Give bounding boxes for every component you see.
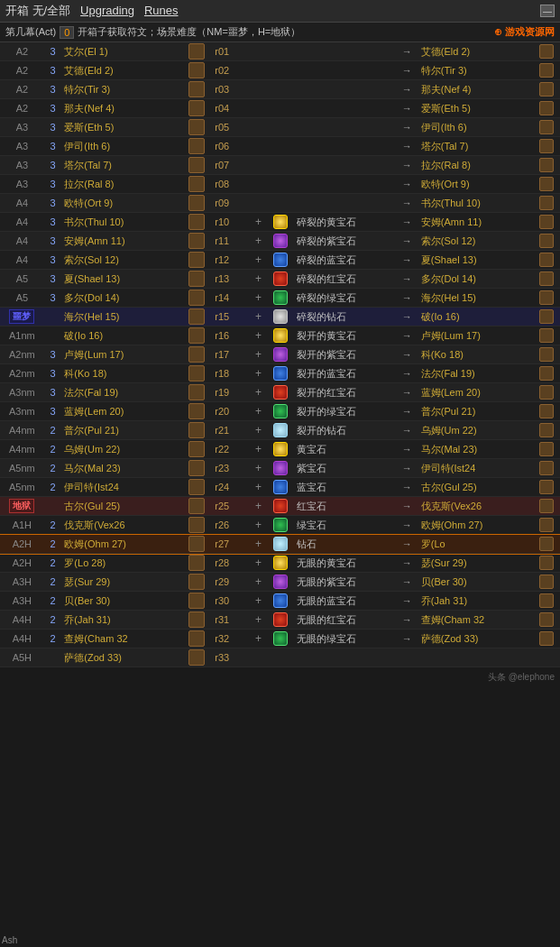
rune-name-cell: 那夫(Nef 4) [61, 99, 181, 118]
table-row: A4nm2乌姆(Um 22)r22 + 黄宝石 → 马尔(Mal 23) [0, 440, 560, 459]
table-row: A23特尔(Tir 3)r03 → 那夫(Nef 4) [0, 80, 560, 99]
empty-gem [250, 118, 395, 137]
runes-link[interactable]: Runes [144, 4, 179, 17]
bag-icon [539, 253, 554, 267]
result-bag-cell [532, 270, 560, 289]
bag-icon [539, 271, 554, 286]
gem-icon-cell [267, 270, 295, 289]
rune-name-cell: 伊司(Ith 6) [61, 137, 181, 156]
bag-icon [539, 63, 554, 78]
gem-icon [273, 499, 288, 513]
source-bag-cell [182, 42, 213, 61]
arrow-cell: → [396, 573, 418, 592]
act-cell: A4H [0, 630, 44, 648]
bag-icon-left [188, 460, 205, 476]
table-row: A53多尔(Dol 14)r14 + 碎裂的绿宝石 → 海尔(Hel 15) [0, 289, 560, 308]
result-bag-cell [532, 383, 560, 402]
result-bag-cell [532, 402, 560, 421]
act-cell: A5 [0, 289, 44, 308]
gem-name-cell: 裂开的绿宝石 [294, 402, 395, 421]
plus-cell: + [250, 326, 266, 345]
result-bag-cell [532, 345, 560, 364]
rune-num-cell: r32 [212, 630, 250, 648]
source-bag-cell [182, 289, 213, 308]
source-bag-cell [182, 326, 213, 345]
rune-num-cell: r18 [212, 364, 250, 383]
rune-num-cell: r10 [212, 213, 250, 232]
source-bag-cell [182, 175, 213, 194]
act-cell: A4 [0, 251, 44, 270]
gem-icon [273, 271, 288, 286]
bag-icon-left [188, 555, 205, 571]
count-cell: 2 [44, 630, 62, 648]
result-name-cell: 特尔(Tir 3) [418, 61, 532, 80]
count-cell: 3 [44, 251, 62, 270]
count-cell: 3 [44, 289, 62, 308]
bag-icon [539, 101, 554, 115]
gem-icon [273, 290, 288, 305]
rune-name-cell: 贝(Ber 30) [61, 592, 181, 611]
bag-icon [539, 366, 554, 381]
act-cell: A3 [0, 156, 44, 175]
empty-result [396, 648, 560, 667]
table-row: A33拉尔(Ral 8)r08 → 欧特(Ort 9) [0, 175, 560, 194]
arrow-cell: → [396, 402, 418, 421]
count-cell: 2 [44, 421, 62, 440]
gem-name-cell: 裂开的黄宝石 [294, 326, 395, 345]
arrow-cell: → [396, 251, 418, 270]
act-cell: A5 [0, 270, 44, 289]
source-bag-cell [182, 440, 213, 459]
source-bag-cell [182, 478, 213, 497]
gem-icon [273, 631, 288, 646]
bag-icon [539, 518, 554, 532]
rune-num-cell: r06 [212, 137, 250, 156]
arrow-cell: → [396, 42, 418, 61]
plus-cell: + [250, 232, 266, 251]
source-bag-cell [182, 535, 213, 554]
count-cell: 3 [44, 364, 62, 383]
rune-num-cell: r09 [212, 194, 250, 213]
rune-name-cell: 萨德(Zod 33) [61, 648, 181, 667]
rune-num-cell: r23 [212, 459, 250, 478]
table-row: 地狱古尔(Gul 25)r25 + 红宝石 → 伐克斯(Vex26 [0, 497, 560, 516]
act-cell: A4H [0, 611, 44, 630]
act-cell: 噩梦 [0, 308, 44, 326]
arrow-cell: → [396, 118, 418, 137]
act-cell: A3H [0, 592, 44, 611]
gem-icon-cell [267, 478, 295, 497]
gem-icon-cell [267, 573, 295, 592]
bag-icon-left [188, 290, 205, 306]
bag-icon [539, 612, 554, 627]
bag-icon-left [188, 138, 205, 154]
result-bag-cell [532, 478, 560, 497]
gem-icon [273, 461, 288, 475]
count-cell: 3 [44, 175, 62, 194]
result-name-cell: 破(Io 16) [418, 308, 532, 326]
source-bag-cell [182, 213, 213, 232]
description: 开箱子获取符文；场景难度（NM=噩梦，H=地狱） [78, 25, 300, 39]
bag-icon-left [188, 536, 205, 552]
rune-name-cell: 夏(Shael 13) [61, 270, 181, 289]
upgrading-link[interactable]: Upgrading [80, 4, 134, 17]
table-row: A5H萨德(Zod 33)r33 [0, 648, 560, 667]
result-bag-cell [532, 611, 560, 630]
result-bag-cell [532, 535, 560, 554]
result-bag-cell [532, 308, 560, 326]
gem-icon-cell [267, 326, 295, 345]
gem-icon [273, 575, 288, 589]
plus-cell: + [250, 611, 266, 630]
rune-num-cell: r15 [212, 308, 250, 326]
rune-num-cell: r14 [212, 289, 250, 308]
rune-name-cell: 欧特(Ort 9) [61, 194, 181, 213]
close-button[interactable]: — [540, 5, 555, 17]
gem-name-cell: 紫宝石 [294, 459, 395, 478]
arrow-cell: → [396, 61, 418, 80]
act-cell: 地狱 [0, 497, 44, 516]
gem-name-cell: 碎裂的紫宝石 [294, 232, 395, 251]
bag-icon [539, 215, 554, 229]
result-name-cell: 蓝姆(Lem 20) [418, 383, 532, 402]
gem-icon-cell [267, 554, 295, 573]
result-name-cell: 乌姆(Um 22) [418, 421, 532, 440]
bag-icon-left [188, 308, 205, 325]
result-name-cell: 古尔(Gul 25) [418, 478, 532, 497]
